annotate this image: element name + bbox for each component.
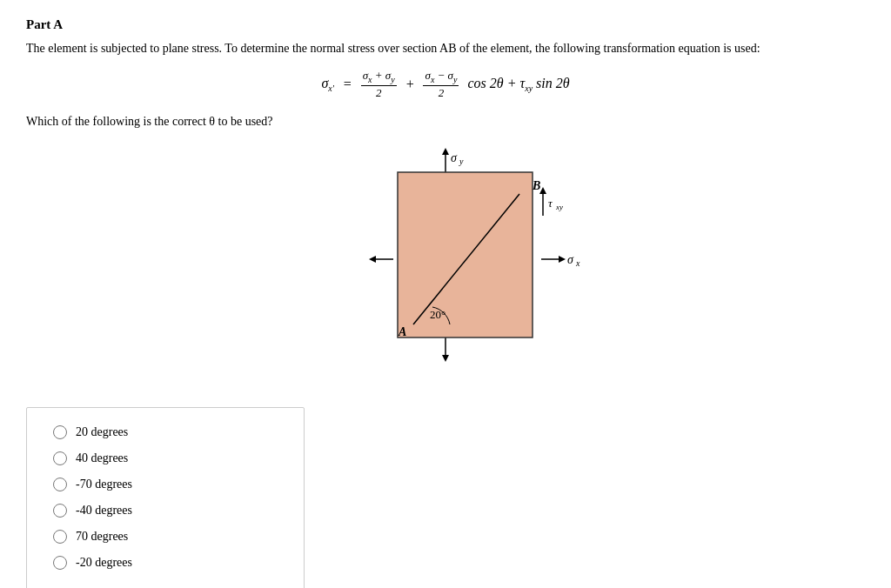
label-neg40-degrees: -40 degrees xyxy=(76,504,132,518)
radio-option-3[interactable]: -70 degrees xyxy=(53,478,278,491)
stress-diagram: σ y σ x τ xy B 20° A xyxy=(298,146,593,381)
svg-rect-12 xyxy=(398,172,533,337)
svg-text:xy: xy xyxy=(555,203,563,211)
svg-text:x: x xyxy=(575,258,580,268)
radio-neg70-degrees[interactable] xyxy=(53,478,67,491)
label-20-degrees: 20 degrees xyxy=(76,425,128,439)
label-neg20-degrees: -20 degrees xyxy=(76,556,132,570)
svg-text:A: A xyxy=(398,325,406,338)
radio-option-4[interactable]: -40 degrees xyxy=(53,504,278,518)
svg-marker-5 xyxy=(442,355,449,362)
svg-marker-1 xyxy=(442,148,449,155)
svg-text:τ: τ xyxy=(548,197,553,210)
svg-text:B: B xyxy=(532,179,540,192)
fraction-diff: σx − σy 2 xyxy=(423,70,459,99)
equation-container: σx' = σx + σy 2 + σx − σy 2 cos 2θ + τxy… xyxy=(26,70,865,99)
svg-text:σ: σ xyxy=(567,253,574,266)
answer-options-box: 20 degrees 40 degrees -70 degrees -40 de… xyxy=(26,407,305,588)
radio-20-degrees[interactable] xyxy=(53,425,67,439)
radio-neg40-degrees[interactable] xyxy=(53,504,67,518)
part-label: Part A xyxy=(26,17,865,32)
radio-option-1[interactable]: 20 degrees xyxy=(53,425,278,439)
radio-neg20-degrees[interactable] xyxy=(53,556,67,570)
problem-text: The element is subjected to plane stress… xyxy=(26,39,865,57)
equals-sign: = xyxy=(339,77,356,92)
svg-marker-11 xyxy=(369,256,376,263)
svg-text:σ: σ xyxy=(451,151,458,164)
radio-option-6[interactable]: -20 degrees xyxy=(53,556,278,570)
label-40-degrees: 40 degrees xyxy=(76,451,128,465)
label-70-degrees: 70 degrees xyxy=(76,530,128,544)
cos-term: cos 2θ + τxy sin 2θ xyxy=(464,76,569,93)
question-text: Which of the following is the correct θ … xyxy=(26,115,865,129)
sigma-x-prime: σx' xyxy=(321,76,333,93)
svg-text:y: y xyxy=(459,157,464,166)
svg-marker-7 xyxy=(559,256,566,263)
svg-text:20°: 20° xyxy=(430,308,446,321)
radio-option-2[interactable]: 40 degrees xyxy=(53,451,278,465)
radio-70-degrees[interactable] xyxy=(53,530,67,544)
fraction-sum: σx + σy 2 xyxy=(361,70,397,99)
radio-40-degrees[interactable] xyxy=(53,451,67,465)
label-neg70-degrees: -70 degrees xyxy=(76,478,132,491)
radio-option-5[interactable]: 70 degrees xyxy=(53,530,278,544)
plus-sign: + xyxy=(402,77,419,92)
diagram-area: σ y σ x τ xy B 20° A xyxy=(26,146,865,381)
